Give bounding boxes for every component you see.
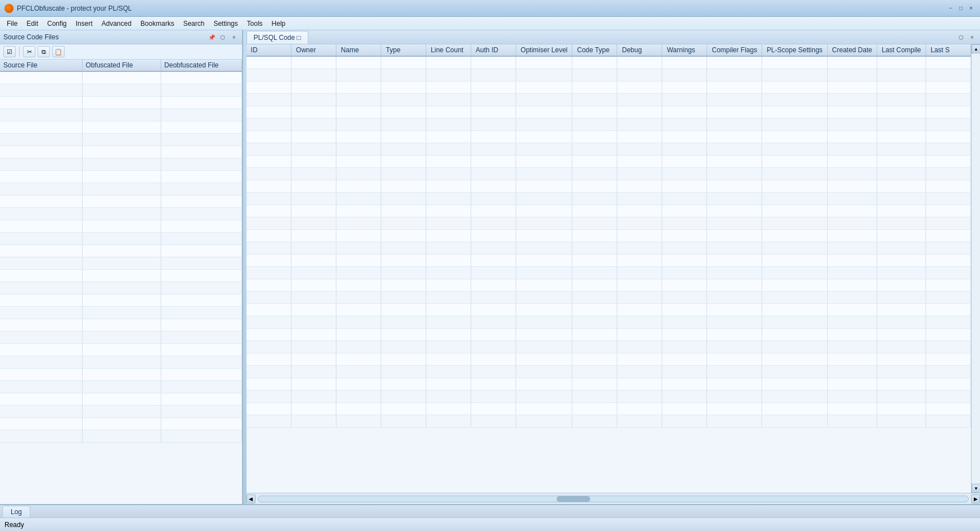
right-table-cell xyxy=(247,390,291,402)
restore-button[interactable]: □ xyxy=(956,4,965,13)
right-col-last-s[interactable]: Last S xyxy=(926,44,971,56)
vscroll-down-button[interactable]: ▼ xyxy=(972,484,980,493)
menu-bookmarks[interactable]: Bookmarks xyxy=(136,19,179,29)
right-vscroll: ▲ ▼ xyxy=(971,44,980,493)
menu-help[interactable]: Help xyxy=(267,19,290,29)
right-table-cell xyxy=(762,130,827,143)
right-table-cell xyxy=(247,266,291,279)
right-table-cell xyxy=(827,69,877,81)
left-table-row xyxy=(0,220,241,232)
menu-config[interactable]: Config xyxy=(43,19,71,29)
right-table-cell xyxy=(762,378,827,390)
right-col-compiler-flags[interactable]: Compiler Flags xyxy=(707,44,762,56)
right-col-auth-id[interactable]: Auth ID xyxy=(471,44,516,56)
menu-edit[interactable]: Edit xyxy=(22,19,43,29)
left-table-cell xyxy=(0,331,82,343)
hscroll-left-button[interactable]: ◀ xyxy=(247,494,256,503)
right-table-cell xyxy=(426,291,471,303)
right-col-id[interactable]: ID xyxy=(247,44,291,56)
menu-advanced[interactable]: Advanced xyxy=(97,19,136,29)
checkbox-toolbar-btn[interactable]: ☑ xyxy=(3,46,16,57)
right-table-cell xyxy=(426,303,471,316)
right-col-debug[interactable]: Debug xyxy=(617,44,662,56)
menu-settings[interactable]: Settings xyxy=(209,19,242,29)
right-table-cell xyxy=(247,56,291,69)
h-scrollbar[interactable] xyxy=(258,496,969,502)
right-table-cell xyxy=(381,402,426,415)
left-table-row xyxy=(0,393,241,405)
vscroll-track[interactable] xyxy=(972,53,980,484)
right-table-cell xyxy=(291,217,336,229)
right-table-container[interactable]: ID Owner Name Type Line Count Auth ID Op… xyxy=(247,44,971,493)
vscroll-up-button[interactable]: ▲ xyxy=(972,44,980,53)
right-table-cell xyxy=(572,279,617,291)
right-table-cell xyxy=(471,316,516,328)
right-table-cell xyxy=(516,143,572,155)
right-table-cell xyxy=(471,279,516,291)
right-table-cell xyxy=(877,69,926,81)
hscroll-right-button[interactable]: ▶ xyxy=(971,494,980,503)
right-table-cell xyxy=(247,365,291,378)
right-col-plscope-settings[interactable]: PL-Scope Settings xyxy=(762,44,827,56)
right-table-cell xyxy=(247,353,291,365)
right-table-cell xyxy=(877,316,926,328)
left-col-obfuscated-file[interactable]: Obfuscated File xyxy=(82,60,161,71)
right-table-cell xyxy=(516,254,572,266)
right-table-cell xyxy=(926,291,971,303)
right-col-warnings[interactable]: Warnings xyxy=(662,44,707,56)
right-table-cell xyxy=(247,69,291,81)
right-table-cell xyxy=(572,303,617,316)
left-panel-pin-button[interactable]: 📌 xyxy=(207,33,216,42)
right-table-cell xyxy=(291,180,336,192)
left-table-row xyxy=(0,84,241,96)
right-panel-close-button[interactable]: × xyxy=(968,33,977,42)
cut-toolbar-btn[interactable]: ✂ xyxy=(23,46,35,57)
right-table-cell xyxy=(926,155,971,167)
right-panel-float-button[interactable]: ⬡ xyxy=(956,33,965,42)
right-table-cell xyxy=(762,266,827,279)
right-table-cell xyxy=(827,155,877,167)
right-col-type[interactable]: Type xyxy=(381,44,426,56)
right-table-cell xyxy=(617,254,662,266)
left-panel-float-button[interactable]: ⬡ xyxy=(218,33,227,42)
right-col-code-type[interactable]: Code Type xyxy=(572,44,617,56)
right-table-cell xyxy=(381,341,426,353)
right-table-cell xyxy=(662,118,707,130)
h-scrollbar-thumb[interactable] xyxy=(557,496,590,502)
left-table-cell xyxy=(161,343,241,356)
right-main: ID Owner Name Type Line Count Auth ID Op… xyxy=(247,44,980,493)
right-table-cell xyxy=(336,229,381,242)
right-table-cell xyxy=(336,192,381,205)
right-col-line-count[interactable]: Line Count xyxy=(426,44,471,56)
right-table-cell xyxy=(827,118,877,130)
close-button[interactable]: × xyxy=(967,4,976,13)
right-table-cell xyxy=(877,229,926,242)
left-table-cell xyxy=(161,108,241,121)
right-table-cell xyxy=(707,56,762,69)
right-col-optimiser-level[interactable]: Optimiser Level xyxy=(516,44,572,56)
right-col-created-date[interactable]: Created Date xyxy=(827,44,877,56)
menu-insert[interactable]: Insert xyxy=(71,19,97,29)
right-table-cell xyxy=(662,229,707,242)
right-table-cell xyxy=(827,365,877,378)
left-col-source-file[interactable]: Source File xyxy=(0,60,82,71)
right-col-owner[interactable]: Owner xyxy=(291,44,336,56)
log-tab[interactable]: Log xyxy=(2,506,30,518)
menu-file[interactable]: File xyxy=(2,19,22,29)
right-col-last-compile[interactable]: Last Compile xyxy=(877,44,926,56)
right-table-cell xyxy=(707,69,762,81)
right-table-cell xyxy=(291,205,336,217)
left-col-deobfuscated-file[interactable]: Deobfuscated File xyxy=(161,60,241,71)
copy-toolbar-btn[interactable]: ⧉ xyxy=(38,46,50,57)
left-panel-close-button[interactable]: × xyxy=(230,33,239,42)
minimize-button[interactable]: − xyxy=(946,4,955,13)
left-table-container[interactable]: Source File Obfuscated File Deobfuscated… xyxy=(0,60,242,504)
menu-tools[interactable]: Tools xyxy=(243,19,267,29)
menu-search[interactable]: Search xyxy=(179,19,209,29)
right-table-row xyxy=(247,69,971,81)
paste-toolbar-btn[interactable]: 📋 xyxy=(52,46,65,57)
right-table-cell xyxy=(336,130,381,143)
left-table-cell xyxy=(82,121,161,133)
plsql-code-tab[interactable]: PL/SQL Code □ xyxy=(247,31,308,44)
right-col-name[interactable]: Name xyxy=(336,44,381,56)
